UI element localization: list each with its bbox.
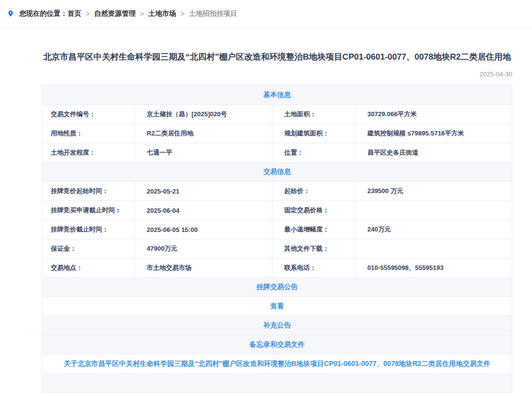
- section-title: 基本信息: [264, 91, 291, 99]
- field-label: 联系电话：: [272, 259, 355, 277]
- field-value: 昌平区史各庄街道: [355, 143, 512, 162]
- field-label: 保证金：: [42, 239, 134, 258]
- info-table: 基本信息交易文件编号：京土储挂（昌）[2025]020号土地面积：30729.0…: [42, 85, 512, 393]
- field-value: 七通一平: [134, 143, 272, 162]
- breadcrumb-item-current: 土地招拍挂项目: [189, 9, 237, 18]
- section-header-row: 挂牌交易公告: [42, 277, 512, 297]
- field-label: 起始价：: [272, 182, 355, 200]
- field-label: 其他文件下载：: [272, 239, 355, 258]
- breadcrumb-item-natural-resources[interactable]: 自然资源管理: [94, 9, 135, 18]
- table-row: 用地性质：R2二类居住用地规划建筑面积：建筑控制规模 ≤79895.5716平方…: [42, 124, 512, 143]
- section-title: 补充公告: [264, 321, 291, 330]
- field-value: [355, 239, 512, 258]
- field-label: 最小递增幅度：: [272, 220, 355, 239]
- table-row: 挂牌竞价起始时间：2025-05-21起始价：239500 万元: [42, 181, 512, 200]
- field-value: 2025-05-21: [134, 182, 272, 200]
- field-label: 交易文件编号：: [42, 105, 134, 124]
- table-row: 土地开发程度：七通一平位置：昌平区史各庄街道: [42, 143, 512, 162]
- section-header-row: [42, 373, 512, 393]
- section-title: 备忘录和交易文件: [250, 340, 305, 349]
- breadcrumb-item-land-market[interactable]: 土地市场: [148, 9, 176, 18]
- breadcrumb-separator: >: [180, 10, 184, 18]
- section-header-row: 补充公告: [42, 316, 512, 335]
- breadcrumb-separator: >: [140, 10, 144, 18]
- field-value: [355, 201, 512, 220]
- table-row: 保证金：47900万元其他文件下载：: [42, 239, 512, 258]
- publish-date: 2025-04-30: [42, 70, 512, 78]
- field-value: R2二类居住用地: [134, 124, 272, 143]
- field-label: 规划建筑面积：: [272, 124, 355, 143]
- document-link-row: 关于北京市昌平区中关村生命科学园三期及“北四村”棚户区改造和环境整治B地块项目C…: [42, 354, 512, 373]
- table-row: 挂牌竞买申请截止时间：2025-06-04固定交易价格：: [42, 200, 512, 220]
- field-value: 市土地交易市场: [134, 259, 272, 277]
- table-row: 挂牌竞价截止时间：2025-06-05 15:00最小递增幅度：240万元: [42, 220, 512, 239]
- section-title: 挂牌交易公告: [257, 283, 298, 292]
- field-value: 30729.066平方米: [355, 105, 512, 124]
- field-value: 2025-06-05 15:00: [134, 220, 272, 239]
- section-header-row: 交易信息: [42, 162, 512, 181]
- field-label: 用地性质：: [42, 124, 134, 143]
- field-value: 47900万元: [134, 239, 272, 258]
- section-title: 交易信息: [264, 167, 291, 176]
- table-row: 交易文件编号：京土储挂（昌）[2025]020号土地面积：30729.066平方…: [42, 104, 512, 124]
- section-header-row: 备忘录和交易文件: [42, 335, 512, 354]
- field-value: 京土储挂（昌）[2025]020号: [134, 105, 272, 124]
- field-label: 交易地点：: [42, 259, 134, 277]
- field-label: 挂牌竞买申请截止时间：: [42, 201, 134, 220]
- page-title: 北京市昌平区中关村生命科学园三期及“北四村”棚户区改造和环境整治B地块项目CP0…: [42, 50, 512, 64]
- field-label: 土地面积：: [272, 105, 355, 124]
- field-label: 土地开发程度：: [42, 143, 134, 162]
- field-label: 挂牌竞价起始时间：: [42, 182, 134, 200]
- field-value: 240万元: [355, 220, 512, 239]
- breadcrumb-separator: >: [86, 10, 90, 18]
- document-link-row: 查看: [42, 297, 512, 316]
- breadcrumb-item-home[interactable]: 首页: [67, 9, 81, 18]
- location-pin-icon: [7, 9, 14, 18]
- field-value: 2025-06-04: [134, 201, 272, 220]
- field-label: 挂牌竞价截止时间：: [42, 220, 134, 239]
- field-value: 239500 万元: [355, 182, 512, 200]
- field-label: 固定交易价格：: [272, 201, 355, 220]
- main-content: 北京市昌平区中关村生命科学园三期及“北四村”棚户区改造和环境整治B地块项目CP0…: [42, 50, 512, 393]
- document-link[interactable]: 关于北京市昌平区中关村生命科学园三期及“北四村”棚户区改造和环境整治B地块项目C…: [64, 360, 491, 368]
- field-value: 建筑控制规模 ≤79895.5716平方米: [355, 124, 512, 143]
- section-header-row: 基本信息: [42, 85, 512, 104]
- field-label: 位置：: [272, 143, 355, 162]
- document-link[interactable]: 查看: [270, 302, 284, 311]
- breadcrumb: 您现在的位置： 首页 > 自然资源管理 > 土地市场 > 土地招拍挂项目: [0, 0, 532, 28]
- field-value: 010-55595098、55595193: [355, 259, 512, 277]
- breadcrumb-prefix: 您现在的位置：: [19, 9, 67, 18]
- table-row: 交易地点：市土地交易市场联系电话：010-55595098、55595193: [42, 258, 512, 277]
